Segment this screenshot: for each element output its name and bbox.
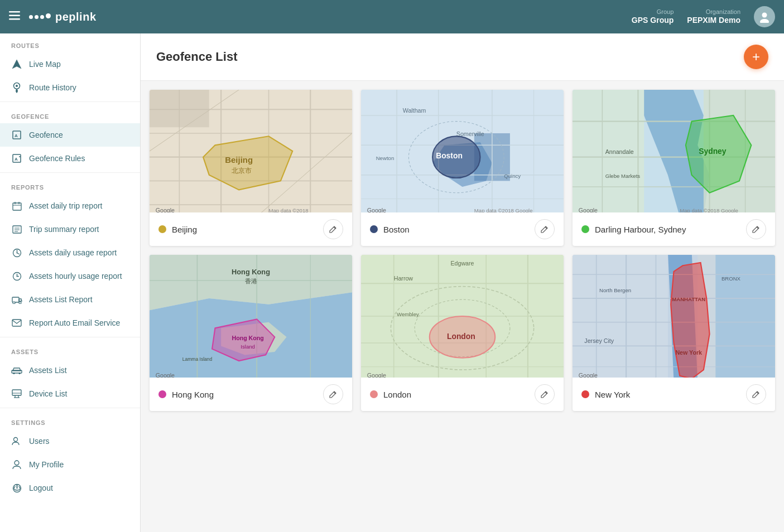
logo-text: peplink [55, 11, 97, 23]
svg-rect-25 [12, 297, 19, 302]
geofence-grid: Beijing 北京市 Google Map data ©2018 Beijin… [141, 81, 784, 420]
geofence-name-row-beijing: Beijing [158, 225, 197, 234]
menu-button[interactable] [9, 11, 20, 23]
sidebar-item-logout[interactable]: Logout [0, 476, 140, 500]
svg-point-24 [16, 275, 17, 277]
svg-text:London: London [447, 332, 475, 341]
svg-text:Annandale: Annandale [605, 148, 634, 155]
svg-rect-1 [9, 14, 20, 16]
reports-section-label: Reports [0, 175, 140, 194]
geofence-map-london: Harrow Edgware Wembley London Google [361, 255, 564, 378]
sidebar-item-live-map[interactable]: Live Map [0, 52, 140, 76]
edit-button-london[interactable] [535, 384, 555, 404]
daily-usage-icon [11, 247, 22, 258]
edit-button-newyork[interactable] [746, 384, 766, 404]
sidebar-item-assets-hourly-usage[interactable]: Assets hourly usage report [0, 264, 140, 288]
geofence-card-beijing: Beijing 北京市 Google Map data ©2018 Beijin… [150, 90, 352, 246]
geofence-name-newyork: New York [595, 390, 630, 399]
geofence-map-hongkong: Hong Kong 香港 Hong Kong Island Lamma Isla… [150, 255, 352, 378]
page-title: Geofence List [156, 50, 237, 64]
svg-rect-0 [9, 11, 20, 13]
sidebar-item-my-profile[interactable]: My Profile [0, 453, 140, 476]
avatar[interactable] [754, 6, 775, 27]
svg-text:Map data ©2018 Google: Map data ©2018 Google [474, 207, 533, 212]
sidebar-item-report-auto-email[interactable]: Report Auto Email Service [0, 311, 140, 335]
sidebar-item-trip-summary[interactable]: Trip summary report [0, 217, 140, 241]
sidebar-item-users[interactable]: Users [0, 429, 140, 453]
svg-text:Edgware: Edgware [450, 260, 474, 267]
sidebar-item-assets-list-report[interactable]: Assets List Report [0, 288, 140, 311]
svg-text:Google: Google [156, 207, 175, 212]
main-content: Geofence List + [141, 33, 784, 532]
svg-text:New York: New York [675, 349, 702, 356]
edit-button-beijing[interactable] [323, 219, 343, 239]
calendar-icon [11, 200, 22, 211]
svg-text:Sydney: Sydney [699, 147, 727, 156]
svg-text:Newton: Newton [376, 155, 395, 161]
sidebar-item-live-map-label: Live Map [29, 60, 61, 69]
geofence-rules-icon: A [11, 153, 22, 164]
svg-point-22 [16, 252, 17, 253]
email-icon [11, 317, 22, 328]
svg-text:A: A [15, 133, 18, 138]
geofence-card-london: Harrow Edgware Wembley London Google Lon… [361, 255, 564, 411]
svg-text:北京市: 北京市 [232, 167, 252, 175]
svg-rect-134 [573, 255, 668, 378]
svg-text:Boston: Boston [436, 151, 463, 160]
svg-text:Somerville: Somerville [456, 130, 484, 137]
sidebar-item-geofence-rules[interactable]: A Geofence Rules [0, 147, 140, 170]
sidebar-item-my-profile-label: My Profile [29, 460, 64, 469]
svg-text:Jersey City: Jersey City [584, 337, 614, 344]
add-geofence-button[interactable]: + [744, 45, 768, 69]
svg-point-4 [760, 19, 769, 23]
svg-text:Lamma Island: Lamma Island [182, 356, 213, 362]
svg-text:Quincy: Quincy [504, 173, 521, 179]
sidebar-item-assets-list[interactable]: Assets List [0, 359, 140, 382]
svg-text:Hong Kong: Hong Kong [232, 268, 270, 276]
logout-icon [11, 482, 22, 494]
geofence-map-boston: Waltham Somerville Newton Boston Quincy … [361, 90, 564, 212]
edit-button-hongkong[interactable] [323, 384, 343, 404]
pencil-icon-boston [541, 225, 549, 233]
geofence-name-row-newyork: New York [581, 390, 630, 399]
geofence-map-newyork: North Bergen Jersey City MANHATTAN BRONX… [573, 255, 775, 378]
geofence-name-row-sydney: Darling Harbour, Sydney [581, 225, 686, 234]
geofence-map-beijing: Beijing 北京市 Google Map data ©2018 [150, 90, 352, 212]
geofence-footer-london: London [361, 378, 564, 411]
sidebar-item-geofence[interactable]: A Geofence [0, 123, 140, 147]
divider-1 [0, 101, 140, 102]
divider-2 [0, 172, 140, 173]
svg-text:Google: Google [579, 207, 598, 212]
sidebar-item-route-history[interactable]: Route History [0, 76, 140, 99]
hourly-usage-icon [11, 270, 22, 282]
sidebar: Routes Live Map Route History Geofence [0, 33, 141, 532]
sidebar-item-assets-hourly-usage-label: Assets hourly usage report [29, 272, 122, 280]
geofence-name-row-boston: Boston [370, 225, 410, 234]
device-icon [11, 388, 22, 399]
svg-point-37 [14, 438, 18, 442]
pencil-icon-sydney [752, 225, 760, 233]
svg-text:Wembley: Wembley [397, 311, 419, 317]
svg-text:A: A [15, 157, 18, 162]
edit-button-boston[interactable] [535, 219, 555, 239]
geofence-name-london: London [383, 390, 411, 399]
sidebar-item-assets-daily-usage[interactable]: Assets daily usage report [0, 241, 140, 264]
geofence-color-dot-boston [370, 225, 378, 233]
geofence-name-row-london: London [370, 390, 411, 399]
page-header: Geofence List + [141, 33, 784, 81]
geofence-footer-hongkong: Hong Kong [150, 378, 352, 411]
sidebar-item-asset-daily-trip-label: Asset daily trip report [29, 201, 103, 210]
svg-text:Google: Google [367, 207, 386, 212]
svg-rect-28 [12, 320, 21, 326]
geofence-card-sydney: Sydney Annandale Glebe Markets Google Ma… [573, 90, 775, 246]
svg-text:Island: Island [241, 344, 255, 350]
truck-icon [11, 294, 22, 305]
org-info: Organization PEPXIM Demo [687, 8, 740, 25]
sidebar-item-asset-daily-trip[interactable]: Asset daily trip report [0, 194, 140, 217]
navigation-icon [11, 59, 22, 70]
sidebar-item-device-list[interactable]: Device List [0, 382, 140, 405]
pencil-icon-hongkong [329, 390, 337, 398]
edit-button-sydney[interactable] [746, 219, 766, 239]
geofence-card-hongkong: Hong Kong 香港 Hong Kong Island Lamma Isla… [150, 255, 352, 411]
geofence-map-sydney: Sydney Annandale Glebe Markets Google Ma… [573, 90, 775, 212]
